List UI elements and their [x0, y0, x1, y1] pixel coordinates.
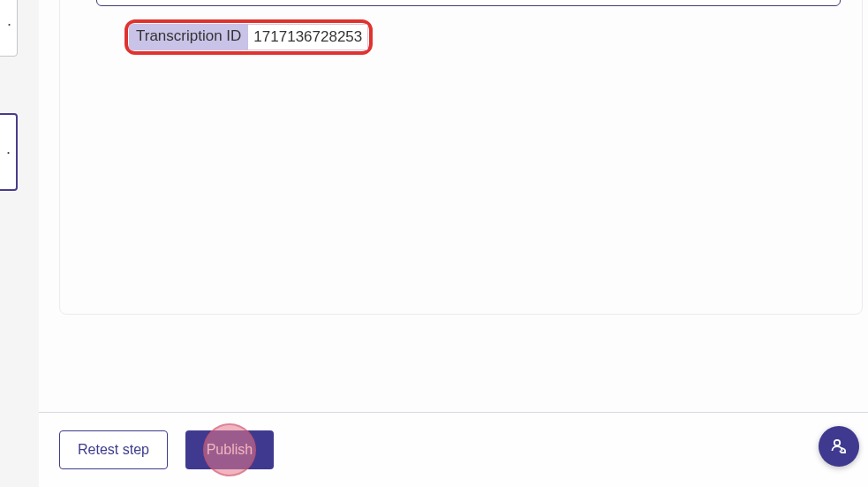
transcription-id-chip[interactable]: Transcription ID 1717136728253	[129, 24, 368, 50]
chip-label: Transcription ID	[129, 24, 248, 50]
publish-button[interactable]: Publish	[185, 430, 274, 469]
main-area: Transcription ID 1717136728253 Retest st…	[39, 0, 868, 487]
gutter-node-2[interactable]: ·	[0, 113, 18, 191]
help-fab[interactable]	[819, 426, 859, 467]
gutter-dot: ·	[6, 143, 11, 162]
chip-highlight-outline: Transcription ID 1717136728253	[125, 19, 373, 55]
svg-point-2	[834, 440, 840, 445]
gutter-node-1[interactable]: ·	[0, 0, 18, 57]
footer-bar: Retest step Publish	[39, 412, 868, 487]
chip-area: Transcription ID 1717136728253	[125, 19, 373, 55]
side-gutter: · ·	[0, 0, 39, 487]
retest-step-button[interactable]: Retest step	[59, 430, 168, 469]
search-field-wrap[interactable]	[96, 0, 841, 6]
help-chat-icon	[828, 436, 849, 457]
data-panel: Transcription ID 1717136728253	[59, 0, 863, 315]
gutter-dot: ·	[7, 15, 11, 34]
publish-button-label: Publish	[207, 442, 253, 458]
chip-value: 1717136728253	[248, 24, 368, 50]
